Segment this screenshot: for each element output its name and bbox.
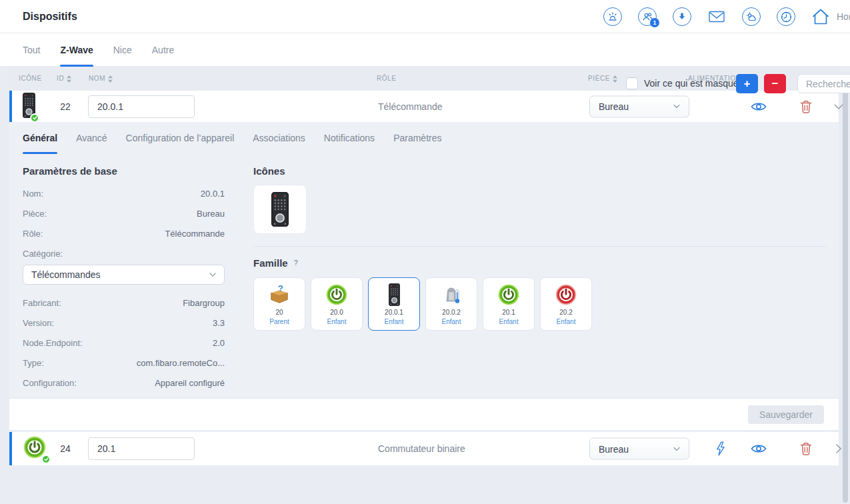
section-title: Famille <box>253 257 288 269</box>
tab-tout[interactable]: Tout <box>23 33 40 67</box>
family-card[interactable]: 20.2 Enfant <box>540 277 592 331</box>
delete-trash-icon[interactable] <box>799 100 813 113</box>
section-title: Icônes <box>253 165 827 177</box>
add-device-button[interactable]: + <box>736 74 758 93</box>
search-input[interactable] <box>797 74 850 93</box>
device-role: Commutateur binaire <box>378 443 465 454</box>
room-select-value: Bureau <box>599 443 629 454</box>
device-name-input[interactable] <box>88 95 195 118</box>
device-id: 22 <box>53 101 77 112</box>
device-icon-cell <box>23 435 47 462</box>
chevron-down-icon <box>673 447 680 451</box>
family-cards: 20 Parent 20.0 Enfant 20.0.1 Enfant <box>253 277 827 331</box>
device-row: 22 Télécommande Bureau <box>9 91 839 122</box>
family-card[interactable]: 20.0 Enfant <box>311 277 363 331</box>
tab-zwave[interactable]: Z-Wave <box>60 33 93 67</box>
vertical-scrollbar[interactable] <box>843 77 848 503</box>
detail-body: Paramètres de base Nom: 20.0.1 Pièce: Bu… <box>9 154 839 398</box>
sort-icon <box>108 75 113 83</box>
tab-autre[interactable]: Autre <box>152 33 174 67</box>
basic-params-section: Paramètres de base Nom: 20.0.1 Pièce: Bu… <box>23 154 225 393</box>
power-green-icon <box>325 278 348 306</box>
power-bolt-icon[interactable] <box>712 441 728 457</box>
users-badge: 1 <box>650 18 659 27</box>
room-select-value: Bureau <box>599 101 629 112</box>
column-header-icon: ICÔNE <box>19 67 42 91</box>
clock-icon[interactable] <box>777 7 795 26</box>
filter-tabbar: Tout Z-Wave Nice Autre Voir ce qui est m… <box>0 33 850 67</box>
tab-nice[interactable]: Nice <box>113 33 132 67</box>
devices-page: Dispositifs 1 <box>0 0 850 504</box>
field-row: Configuration: Appareil configuré <box>23 373 225 393</box>
chevron-down-icon <box>673 105 680 109</box>
room-select[interactable]: Bureau <box>589 438 689 460</box>
users-icon[interactable]: 1 <box>638 7 657 26</box>
device-icon-card[interactable] <box>253 185 307 234</box>
remote-icon <box>389 278 400 306</box>
device-detail-panel: Général Avancé Configuration de l’appare… <box>9 122 839 430</box>
mail-icon[interactable] <box>707 7 726 26</box>
weather-icon[interactable] <box>742 7 761 26</box>
column-header-room[interactable]: PIÈCE <box>588 67 617 91</box>
field-row: Node.Endpoint: 2.0 <box>23 333 225 353</box>
home-icon <box>811 7 830 26</box>
app-header: Dispositifs 1 <box>0 0 850 33</box>
device-icon-cell <box>23 93 35 121</box>
power-green-icon <box>497 278 520 306</box>
family-card[interactable]: 20.0.2 Enfant <box>425 277 477 331</box>
field-row: Catégorie: <box>23 243 225 263</box>
family-card-selected[interactable]: 20.0.1 Enfant <box>368 277 420 331</box>
field-row: Nom: 20.0.1 <box>23 183 225 203</box>
detail-footer: Sauvegarder <box>9 398 839 430</box>
column-header-id[interactable]: ID <box>57 67 71 91</box>
field-row: Type: com.fibaro.remoteCo... <box>23 353 225 373</box>
detail-tab-avance[interactable]: Avancé <box>76 122 107 154</box>
icons-family-section: Icônes Famille ? 20 Parent <box>253 154 827 331</box>
category-select[interactable]: Télécommandes <box>23 265 225 285</box>
detail-tabs: Général Avancé Configuration de l’appare… <box>9 122 839 154</box>
field-row: Version: 3.3 <box>23 313 225 333</box>
detail-tab-parametres[interactable]: Paramètres <box>393 122 441 154</box>
column-header-name[interactable]: NOM <box>89 67 113 91</box>
section-title: Paramètres de base <box>23 165 225 177</box>
visibility-eye-icon[interactable] <box>749 443 768 454</box>
save-button[interactable]: Sauvegarder <box>748 405 824 424</box>
device-row: 24 Commutateur binaire Bureau <box>9 432 839 465</box>
power-red-icon <box>555 278 577 306</box>
family-card[interactable]: 20 Parent <box>253 277 305 331</box>
chevron-down-icon <box>209 273 216 277</box>
section-divider <box>253 246 827 247</box>
home-label: Home <box>837 11 850 22</box>
siren-icon[interactable] <box>603 7 622 26</box>
room-select[interactable]: Bureau <box>589 95 689 117</box>
column-header-role: RÔLE <box>377 67 397 91</box>
home-button[interactable]: Home <box>811 7 850 26</box>
box-question-icon <box>268 278 291 306</box>
device-role: Télécommande <box>378 101 443 112</box>
delete-trash-icon[interactable] <box>799 442 813 455</box>
device-ok-badge <box>41 455 51 464</box>
detail-tab-configuration[interactable]: Configuration de l’appareil <box>126 122 235 154</box>
sort-icon <box>67 75 71 83</box>
filter-tabs: Tout Z-Wave Nice Autre <box>23 33 174 67</box>
field-row: Pièce: Bureau <box>23 203 225 223</box>
remote-icon <box>271 192 289 227</box>
visibility-eye-icon[interactable] <box>749 101 768 112</box>
header-icon-bar: 1 <box>603 7 850 26</box>
device-name-input[interactable] <box>88 437 195 460</box>
remove-device-button[interactable]: − <box>764 74 786 93</box>
download-icon[interactable] <box>673 7 691 26</box>
detail-tab-associations[interactable]: Associations <box>253 122 305 154</box>
field-row: Rôle: Télécommande <box>23 223 225 243</box>
device-ok-badge <box>30 113 39 123</box>
detail-tab-general[interactable]: Général <box>23 122 57 154</box>
family-card[interactable]: 20.1 Enfant <box>483 277 535 331</box>
category-select-value: Télécommandes <box>31 269 101 280</box>
show-hidden-checkbox[interactable] <box>626 77 638 89</box>
detail-tab-notifications[interactable]: Notifications <box>324 122 375 154</box>
device-id: 24 <box>53 443 77 454</box>
help-icon[interactable]: ? <box>294 259 298 267</box>
field-row: Fabricant: Fibargroup <box>23 293 225 313</box>
sort-icon <box>613 75 617 83</box>
thermometer-device-icon <box>440 278 463 306</box>
